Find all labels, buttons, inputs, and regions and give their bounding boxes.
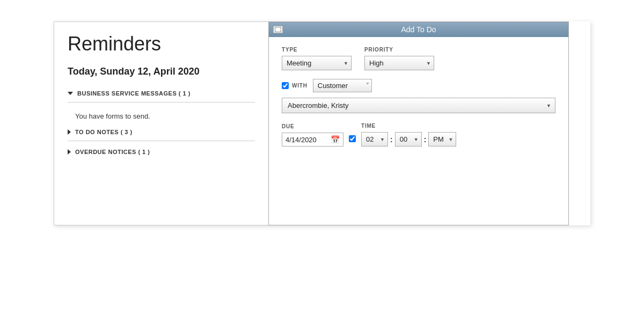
type-group: TYPE Meeting Call Task Email — [282, 47, 352, 70]
contact-row: Abercrombie, Kristy Smith, John Doe, Jan… — [282, 98, 555, 113]
business-section-label: BUSINESS SERVICE MESSAGES ( 1 ) — [77, 90, 191, 97]
time-label: TIME — [361, 123, 456, 129]
time-minute-select[interactable]: 00 15 30 45 — [395, 132, 422, 147]
time-hour-select[interactable]: 01 02 03 04 05 06 07 08 09 10 11 — [361, 132, 388, 147]
time-enable-checkbox[interactable] — [349, 135, 356, 142]
contact-select[interactable]: Abercrombie, Kristy Smith, John Doe, Jan… — [282, 98, 555, 113]
overdue-section-header[interactable]: OVERDUE NOTICES ( 1 ) — [68, 145, 255, 158]
due-date-input[interactable] — [286, 136, 328, 144]
calendar-icon[interactable]: 📅 — [331, 135, 340, 144]
dialog-titlebar: Add To Do — [269, 22, 568, 37]
priority-select-wrapper: High Medium Low — [364, 56, 434, 70]
expand-todo-icon — [68, 129, 71, 135]
with-select-wrapper: Customer Prospect Contact Other — [313, 79, 372, 92]
with-label: WITH — [292, 83, 308, 89]
time-colon-1: : — [390, 135, 393, 144]
divider-business — [68, 102, 255, 103]
with-label-wrapper[interactable]: WITH — [282, 82, 308, 89]
time-ampm-select[interactable]: AM PM — [428, 132, 456, 147]
due-label: DUE — [282, 123, 343, 129]
overdue-section-label: OVERDUE NOTICES ( 1 ) — [75, 149, 150, 155]
reminders-title: Reminders — [68, 33, 255, 55]
with-checkbox[interactable] — [282, 82, 289, 89]
priority-label: PRIORITY — [364, 47, 434, 53]
todo-section-header[interactable]: TO DO NOTES ( 3 ) — [68, 126, 255, 138]
dialog-icon[interactable] — [273, 26, 283, 33]
with-row: WITH Customer Prospect Contact Other — [282, 79, 555, 92]
type-label: TYPE — [282, 47, 352, 53]
expand-overdue-icon — [68, 149, 71, 155]
dialog-title: Add To Do — [401, 25, 436, 34]
time-controls: 01 02 03 04 05 06 07 08 09 10 11 — [361, 132, 456, 147]
contact-select-wrapper: Abercrombie, Kristy Smith, John Doe, Jan… — [282, 98, 555, 113]
priority-select[interactable]: High Medium Low — [364, 56, 434, 70]
time-ampm-wrapper: AM PM — [428, 132, 456, 147]
reminders-panel: Reminders Today, Sunday 12, April 2020 B… — [54, 21, 268, 225]
priority-group: PRIORITY High Medium Low — [364, 47, 434, 70]
time-hour-wrapper: 01 02 03 04 05 06 07 08 09 10 11 — [361, 132, 388, 147]
with-select[interactable]: Customer Prospect Contact Other — [313, 79, 372, 92]
type-select-wrapper: Meeting Call Task Email — [282, 56, 352, 70]
business-section-message: You have forms to send. — [68, 107, 255, 126]
type-priority-row: TYPE Meeting Call Task Email PRIORITY — [282, 47, 555, 70]
todo-section-label: TO DO NOTES ( 3 ) — [75, 129, 133, 135]
time-colon-2: : — [424, 135, 427, 144]
reminders-date: Today, Sunday 12, April 2020 — [68, 66, 255, 77]
divider-todo — [68, 141, 255, 141]
business-section-header[interactable]: BUSINESS SERVICE MESSAGES ( 1 ) — [68, 87, 255, 100]
time-minute-wrapper: 00 15 30 45 — [395, 132, 422, 147]
add-todo-dialog: Add To Do TYPE Meeting Call Task Email — [268, 21, 569, 225]
time-group: TIME 01 02 03 04 05 06 07 08 — [361, 123, 456, 147]
due-time-row: DUE 📅 TIME 01 02 — [282, 123, 555, 147]
due-group: DUE 📅 — [282, 123, 343, 147]
dialog-body: TYPE Meeting Call Task Email PRIORITY — [269, 37, 568, 156]
due-input-wrapper: 📅 — [282, 133, 343, 147]
type-select[interactable]: Meeting Call Task Email — [282, 56, 352, 70]
expand-business-icon — [68, 92, 73, 95]
